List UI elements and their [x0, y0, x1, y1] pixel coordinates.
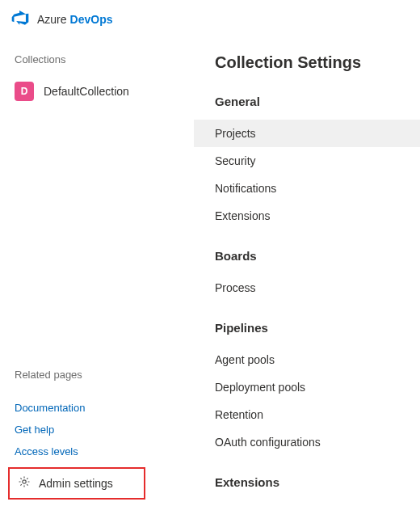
settings-panel: Collection Settings General Projects Sec… — [194, 39, 420, 506]
nav-deployment-pools[interactable]: Deployment pools — [194, 373, 420, 401]
collections-label: Collections — [15, 53, 194, 65]
collection-item-default[interactable]: D DefaultCollection — [0, 77, 194, 106]
link-documentation[interactable]: Documentation — [15, 402, 194, 414]
admin-settings-button[interactable]: Admin settings — [8, 467, 145, 500]
group-title-pipelines: Pipelines — [215, 321, 420, 335]
nav-security[interactable]: Security — [194, 147, 420, 175]
related-pages-label: Related pages — [15, 369, 194, 381]
brand-secondary: DevOps — [70, 13, 113, 26]
group-general: General Projects Security Notifications … — [215, 95, 420, 230]
link-get-help[interactable]: Get help — [15, 424, 194, 436]
svg-point-0 — [23, 480, 26, 483]
brand[interactable]: Azure DevOps — [37, 13, 113, 26]
nav-process[interactable]: Process — [194, 274, 420, 301]
group-pipelines: Pipelines Agent pools Deployment pools R… — [215, 321, 420, 456]
nav-agent-pools[interactable]: Agent pools — [194, 346, 420, 373]
settings-title: Collection Settings — [215, 53, 420, 72]
nav-extensions[interactable]: Extensions — [194, 202, 420, 230]
group-title-boards: Boards — [215, 249, 420, 263]
left-sidebar: Collections D DefaultCollection Related … — [0, 39, 194, 506]
collection-avatar: D — [15, 82, 34, 101]
nav-notifications[interactable]: Notifications — [194, 175, 420, 202]
gear-icon — [18, 475, 31, 491]
group-title-extensions: Extensions — [215, 475, 420, 489]
nav-oauth[interactable]: OAuth configurations — [194, 428, 420, 456]
collection-name: DefaultCollection — [44, 85, 129, 98]
link-access-levels[interactable]: Access levels — [15, 445, 194, 458]
group-title-general: General — [215, 95, 420, 108]
admin-settings-label: Admin settings — [39, 477, 113, 490]
nav-banner[interactable]: Banner — [194, 500, 420, 506]
topbar: Azure DevOps — [0, 0, 420, 39]
nav-retention[interactable]: Retention — [194, 401, 420, 428]
brand-primary: Azure — [37, 13, 67, 26]
group-boards: Boards Process — [215, 249, 420, 301]
azure-devops-logo-icon — [11, 9, 29, 30]
group-extensions: Extensions Banner — [215, 475, 420, 506]
nav-projects[interactable]: Projects — [194, 120, 420, 147]
